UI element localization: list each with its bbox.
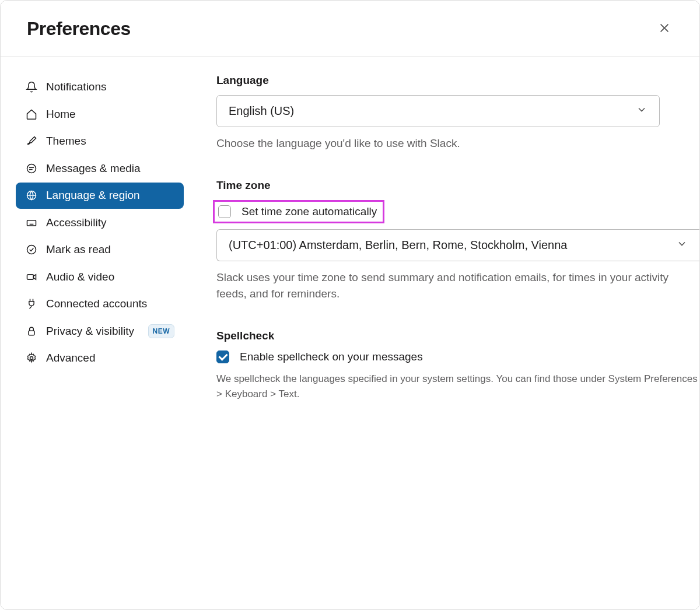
sidebar-item-label: Connected accounts [46,296,174,313]
sidebar-item-label: Notifications [46,79,174,96]
timezone-section-title: Time zone [216,179,699,192]
close-button[interactable] [654,19,675,40]
chevron-down-icon [636,104,648,118]
language-select-value: English (US) [229,104,294,118]
sidebar-item-label: Accessibility [46,215,174,232]
modal-header: Preferences [1,1,699,57]
spellcheck-section: Spellcheck Enable spellcheck on your mes… [216,329,699,402]
sidebar-item-themes[interactable]: Themes [16,128,184,155]
language-help-text: Choose the language you'd like to use wi… [216,135,699,152]
language-select[interactable]: English (US) [216,95,660,127]
check-circle-icon [25,243,38,256]
home-icon [25,108,38,121]
sidebar-item-label: Privacy & visibility [46,323,140,340]
video-icon [25,271,38,283]
language-section: Language English (US) Choose the languag… [216,74,699,152]
sidebar-item-label: Advanced [46,350,174,367]
lock-icon [25,325,38,338]
spellcheck-enable-row[interactable]: Enable spellcheck on your messages [216,350,699,363]
modal-body: NotificationsHomeThemesMessages & mediaL… [1,57,699,609]
sidebar-item-notifications[interactable]: Notifications [16,74,184,100]
timezone-auto-label: Set time zone automatically [242,205,377,218]
svg-rect-15 [29,331,34,335]
sidebar-item-advanced[interactable]: Advanced [16,345,184,371]
content-pane: Language English (US) Choose the languag… [199,57,699,609]
sidebar-item-privacy[interactable]: Privacy & visibilityNEW [16,318,184,345]
preferences-modal: Preferences NotificationsHomeThemesMessa… [0,0,700,610]
sidebar-item-home[interactable]: Home [16,101,184,128]
sidebar-item-audio-video[interactable]: Audio & video [16,264,184,290]
sidebar-item-label: Messages & media [46,160,174,177]
svg-point-12 [27,246,36,254]
sidebar-item-label: Language & region [46,187,174,204]
svg-point-2 [27,164,36,173]
sidebar-item-messages[interactable]: Messages & media [16,156,184,182]
timezone-select[interactable]: (UTC+01:00) Amsterdam, Berlin, Bern, Rom… [216,229,699,261]
timezone-section: Time zone Set time zone automatically (U… [216,179,699,303]
sidebar-item-mark-read[interactable]: Mark as read [16,237,184,263]
svg-rect-7 [27,220,36,226]
spellcheck-enable-label: Enable spellcheck on your messages [240,350,423,363]
gear-icon [25,352,38,364]
spellcheck-section-title: Spellcheck [216,329,699,342]
language-section-title: Language [216,74,699,87]
spellcheck-help-text: We spellcheck the languages specified in… [216,371,699,402]
timezone-select-value: (UTC+01:00) Amsterdam, Berlin, Bern, Rom… [229,239,567,252]
sidebar-item-label: Home [46,106,174,123]
sidebar-item-connected[interactable]: Connected accounts [16,291,184,317]
sidebar-item-label: Mark as read [46,241,174,258]
globe-icon [25,189,38,202]
sidebar: NotificationsHomeThemesMessages & mediaL… [1,57,199,609]
sidebar-item-label: Audio & video [46,269,174,286]
sidebar-item-accessibility[interactable]: Accessibility [16,210,184,236]
timezone-help-text: Slack uses your time zone to send summar… [216,269,699,303]
sidebar-item-language[interactable]: Language & region [16,183,184,209]
bell-icon [25,80,38,93]
timezone-auto-checkbox[interactable] [218,205,231,218]
keyboard-icon [25,216,38,229]
svg-point-16 [30,357,33,360]
page-title: Preferences [27,18,131,40]
sidebar-item-label: Themes [46,133,174,150]
chevron-down-icon [676,238,688,253]
new-badge: NEW [148,324,175,338]
svg-rect-13 [27,275,34,279]
plug-icon [25,297,38,310]
spellcheck-enable-checkbox[interactable] [216,350,229,363]
close-icon [658,22,671,37]
message-icon [25,162,38,175]
brush-icon [25,135,38,148]
timezone-auto-row[interactable]: Set time zone automatically [213,200,384,223]
